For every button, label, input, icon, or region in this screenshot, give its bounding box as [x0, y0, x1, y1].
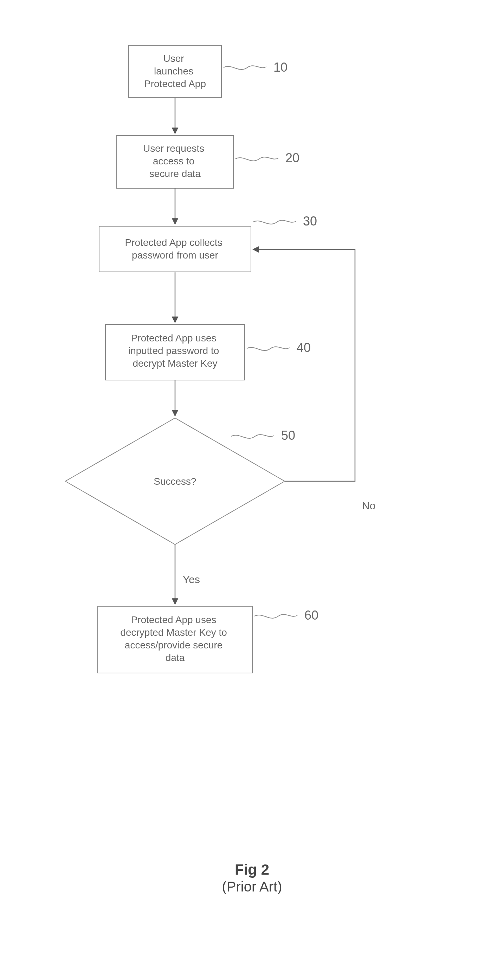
node-60-line1: Protected App uses: [131, 614, 217, 625]
node-60-line2: decrypted Master Key to: [120, 627, 227, 638]
flowchart-diagram: User launches Protected App 10 User requ…: [0, 0, 504, 980]
svg-rect-4: [99, 226, 251, 272]
node-30-line1: Protected App collects: [125, 237, 222, 248]
connector-50-30-no: [253, 250, 355, 481]
node-30: Protected App collects password from use…: [99, 214, 317, 272]
node-20-line2: access to: [153, 156, 195, 167]
node-10-line2: launches: [154, 66, 193, 76]
ref-squiggle-50: [231, 434, 274, 438]
ref-squiggle-10: [223, 66, 266, 70]
node-20-line1: User requests: [143, 143, 204, 154]
ref-squiggle-20: [236, 157, 278, 161]
node-60-ref: 60: [305, 608, 319, 622]
figure-subtitle: (Prior Art): [222, 879, 282, 894]
node-60-line3: access/provide secure: [125, 640, 223, 651]
node-60-line4: data: [166, 652, 185, 663]
edge-label-yes: Yes: [183, 574, 200, 585]
node-40-line3: decrypt Master Key: [132, 358, 217, 369]
node-30-ref: 30: [303, 214, 317, 228]
node-40-ref: 40: [297, 340, 311, 355]
ref-squiggle-30: [253, 220, 296, 224]
ref-squiggle-40: [247, 347, 290, 350]
node-10-line1: User: [163, 53, 184, 64]
node-20-ref: 20: [285, 151, 300, 165]
node-20-line3: secure data: [149, 168, 201, 179]
node-40-line1: Protected App uses: [131, 332, 217, 344]
node-20: User requests access to secure data 20: [117, 135, 300, 188]
node-10-line3: Protected App: [144, 78, 206, 89]
node-10: User launches Protected App 10: [129, 46, 287, 98]
node-50-line1: Success?: [153, 476, 196, 487]
edge-label-no: No: [362, 500, 375, 511]
node-10-ref: 10: [273, 60, 287, 75]
ref-squiggle-60: [254, 614, 297, 618]
node-60: Protected App uses decrypted Master Key …: [98, 606, 319, 673]
svg-text:Success?: Success?: [153, 476, 196, 487]
node-40: Protected App uses inputted password to …: [105, 325, 311, 380]
node-30-line2: password from user: [132, 250, 218, 261]
figure-title: Fig 2: [235, 861, 269, 878]
node-40-line2: inputted password to: [128, 345, 219, 356]
node-50-decision: Success? 50: [65, 418, 295, 544]
svg-text:Protected App uses
      input: Protected App uses inputted password to …: [128, 332, 222, 369]
node-50-ref: 50: [281, 428, 295, 442]
